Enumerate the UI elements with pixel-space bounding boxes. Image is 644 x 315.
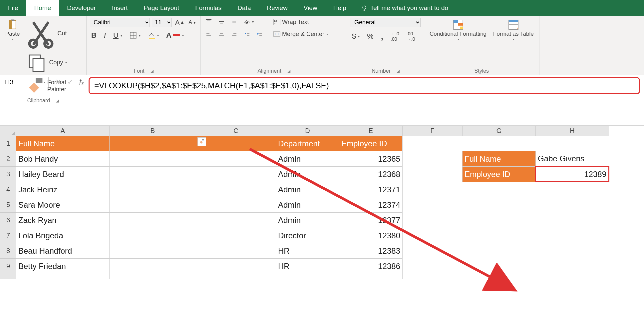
cell-F4[interactable] — [403, 182, 463, 197]
row-header-3[interactable]: 3 — [0, 167, 16, 182]
cell-B1[interactable] — [110, 136, 196, 151]
format-as-table-button[interactable]: Format as Table — [491, 18, 536, 42]
fill-color-button[interactable] — [147, 31, 160, 40]
row-header-10[interactable] — [0, 274, 16, 279]
cell-G4[interactable] — [463, 182, 536, 197]
column-header-G[interactable]: G — [463, 126, 536, 136]
cell-A3[interactable]: Hailey Beard — [16, 167, 110, 182]
row-header-8[interactable]: 8 — [0, 243, 16, 259]
cell-A4[interactable]: Jack Heinz — [16, 182, 110, 197]
cell-F3[interactable] — [403, 167, 463, 182]
copy-button[interactable]: Copy — [24, 51, 68, 74]
align-center-icon[interactable] — [217, 30, 226, 38]
decrease-decimal-icon[interactable]: .00→.0 — [405, 30, 417, 42]
cell-F8[interactable] — [403, 243, 463, 259]
cell-A1[interactable]: Full Name — [16, 136, 110, 151]
cell-G6[interactable] — [463, 213, 536, 228]
cell-E9[interactable]: 12386 — [339, 259, 403, 274]
row-header-1[interactable]: 1 — [0, 136, 16, 151]
number-format-select[interactable]: General — [351, 18, 421, 27]
tell-me-search[interactable]: Tell me what you want to do — [354, 0, 455, 16]
cell-C2[interactable] — [196, 151, 276, 167]
cell-D9[interactable]: HR — [276, 259, 339, 274]
align-middle-icon[interactable] — [217, 18, 226, 26]
fx-icon[interactable]: fx — [79, 77, 84, 87]
align-bottom-icon[interactable] — [229, 18, 239, 26]
cell-A9[interactable]: Betty Friedan — [16, 259, 110, 274]
cell-A6[interactable]: Zack Ryan — [16, 213, 110, 228]
cell-B9[interactable] — [110, 259, 196, 274]
align-right-icon[interactable] — [229, 30, 239, 38]
cell-G1[interactable] — [463, 136, 536, 151]
cell-E10[interactable] — [339, 274, 403, 279]
column-header-D[interactable]: D — [276, 126, 339, 136]
accounting-format-icon[interactable]: $ — [351, 31, 361, 41]
cell-H4[interactable] — [536, 182, 609, 197]
cell-E4[interactable]: 12371 — [339, 182, 403, 197]
tab-developer[interactable]: Developer — [59, 0, 104, 16]
tab-help[interactable]: Help — [325, 0, 354, 16]
cell-B6[interactable] — [110, 213, 196, 228]
cell-E8[interactable]: 12383 — [339, 243, 403, 259]
cell-B8[interactable] — [110, 243, 196, 259]
cell-E5[interactable]: 12374 — [339, 197, 403, 213]
underline-button[interactable]: U — [112, 30, 124, 40]
cell-H2[interactable]: Gabe Givens — [536, 151, 609, 167]
cell-C8[interactable] — [196, 243, 276, 259]
cell-F2[interactable] — [403, 151, 463, 167]
tab-view[interactable]: View — [296, 0, 325, 16]
cell-A8[interactable]: Beau Handford — [16, 243, 110, 259]
cell-D1[interactable]: Department — [276, 136, 339, 151]
cell-D5[interactable]: Admin — [276, 197, 339, 213]
cell-G7[interactable] — [463, 228, 536, 243]
cell-E3[interactable]: 12368 — [339, 167, 403, 182]
cell-H8[interactable] — [536, 243, 609, 259]
cell-G3[interactable]: Employee ID — [463, 167, 536, 182]
cell-D8[interactable]: HR — [276, 243, 339, 259]
cell-H3[interactable]: 12389 — [536, 167, 609, 182]
borders-button[interactable] — [128, 31, 142, 40]
cell-A5[interactable]: Sara Moore — [16, 197, 110, 213]
increase-font-icon[interactable]: A▴ — [174, 18, 185, 27]
font-size-select[interactable]: 11 — [152, 18, 172, 27]
cell-B10[interactable] — [110, 274, 196, 279]
cell-A2[interactable]: Bob Handy — [16, 151, 110, 167]
tab-review[interactable]: Review — [259, 0, 295, 16]
increase-decimal-icon[interactable]: ←.0.00 — [389, 30, 401, 42]
cell-E2[interactable]: 12365 — [339, 151, 403, 167]
tab-home[interactable]: Home — [26, 0, 59, 16]
tab-file[interactable]: File — [0, 0, 26, 16]
cell-A10[interactable] — [16, 274, 110, 279]
column-header-F[interactable]: F — [403, 126, 463, 136]
cell-H6[interactable] — [536, 213, 609, 228]
cell-D6[interactable]: Admin — [276, 213, 339, 228]
dialog-launcher-icon[interactable]: ◢ — [287, 69, 290, 73]
row-header-4[interactable]: 4 — [0, 182, 16, 197]
decrease-font-icon[interactable]: A▾ — [187, 19, 197, 26]
cell-C10[interactable] — [196, 274, 276, 279]
cell-C9[interactable] — [196, 259, 276, 274]
cell-D2[interactable]: Admin — [276, 151, 339, 167]
italic-button[interactable]: I — [103, 30, 107, 40]
row-header-6[interactable]: 6 — [0, 213, 16, 228]
row-header-5[interactable]: 5 — [0, 197, 16, 213]
cell-H5[interactable] — [536, 197, 609, 213]
cell-D3[interactable]: Admin — [276, 167, 339, 182]
cell-E1[interactable]: Employee ID — [339, 136, 403, 151]
cell-H10[interactable] — [536, 274, 609, 279]
font-name-select[interactable]: Calibri — [90, 18, 150, 27]
cell-C5[interactable] — [196, 197, 276, 213]
cell-F10[interactable] — [403, 274, 463, 279]
enter-formula-icon[interactable]: ✓ — [67, 78, 73, 86]
cell-G8[interactable] — [463, 243, 536, 259]
cell-B7[interactable] — [110, 228, 196, 243]
cell-F5[interactable] — [403, 197, 463, 213]
column-header-H[interactable]: H — [536, 126, 609, 136]
cell-C4[interactable] — [196, 182, 276, 197]
row-header-9[interactable]: 9 — [0, 259, 16, 274]
tab-data[interactable]: Data — [229, 0, 259, 16]
cell-D4[interactable]: Admin — [276, 182, 339, 197]
align-left-icon[interactable] — [204, 30, 213, 38]
decrease-indent-icon[interactable] — [242, 30, 251, 38]
cell-F1[interactable] — [403, 136, 463, 151]
